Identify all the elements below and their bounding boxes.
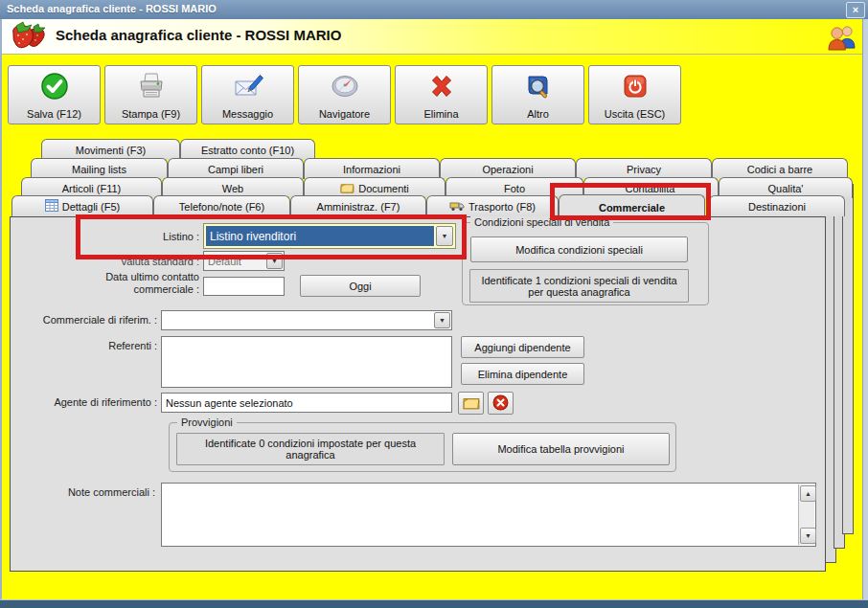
stacked-page-edge [842, 184, 854, 534]
note-commerciali-label: Note commerciali : [59, 486, 155, 498]
elimina-dipendente-button[interactable]: Elimina dipendente [461, 363, 584, 385]
salva-label: Salva (F12) [27, 108, 81, 120]
elimina-button[interactable]: Elimina [395, 65, 488, 124]
vertical-scrollbar[interactable]: ▲ ▼ [798, 484, 814, 545]
red-x-icon [426, 71, 457, 105]
tab-codici-a-barre[interactable]: Codici a barre [712, 158, 848, 179]
provvigioni-status: Identificate 0 condizioni impostate per … [176, 433, 445, 465]
folder-icon [340, 182, 354, 195]
valuta-label: Valuta standard : [103, 256, 199, 267]
uscita-label: Uscita (ESC) [605, 108, 666, 120]
messaggio-label: Messaggio [222, 108, 273, 120]
window-frame-bottom [0, 599, 868, 608]
tab-privacy[interactable]: Privacy [576, 158, 712, 179]
data-contatto-label: Data ultimo contatto commerciale : [91, 271, 199, 296]
envelope-pen-icon [233, 71, 263, 105]
tab-mailing-lists[interactable]: Mailing lists [31, 158, 168, 179]
cancel-icon [492, 394, 509, 413]
strawberries-icon [8, 21, 48, 56]
uscita-button[interactable]: Uscita (ESC) [588, 65, 681, 124]
book-magnifier-icon [523, 71, 554, 105]
tab-estratto-conto[interactable]: Estratto conto (F10) [180, 139, 315, 160]
folder-icon [463, 395, 480, 412]
tab-campi-liberi[interactable]: Campi liberi [168, 158, 304, 179]
note-commerciali-textarea[interactable]: ▲ ▼ [161, 483, 816, 547]
modifica-condizioni-button[interactable]: Modifica condizioni speciali [470, 236, 688, 262]
condizioni-group-title: Condizioni speciali di vendita [470, 216, 613, 228]
window-title: Scheda anagrafica cliente - ROSSI MARIO [7, 3, 217, 14]
valuta-combobox[interactable]: Default ▼ [203, 251, 285, 271]
oggi-button[interactable]: Oggi [300, 275, 421, 297]
commerciale-rif-label: Commerciale di riferim. : [23, 314, 157, 326]
data-contatto-input[interactable] [203, 277, 285, 296]
modifica-provvigioni-button[interactable]: Modifica tabella provvigioni [452, 433, 670, 465]
elimina-label: Elimina [423, 108, 458, 120]
altro-label: Altro [527, 108, 549, 120]
agente-input[interactable]: Nessun agente selezionato [161, 393, 452, 413]
chevron-down-icon[interactable]: ▼ [436, 226, 453, 246]
tab-movimenti[interactable]: Movimenti (F3) [41, 139, 180, 160]
save-check-icon [39, 71, 70, 105]
listino-combobox[interactable]: Listino rivenditori ▼ [203, 223, 456, 249]
chevron-down-icon[interactable]: ▼ [434, 312, 450, 328]
chevron-down-icon[interactable]: ▼ [266, 253, 283, 269]
commerciale-rif-combobox[interactable]: ▼ [161, 310, 452, 330]
listino-selected-value: Listino rivenditori [206, 226, 434, 246]
stampa-label: Stampa (F9) [122, 108, 180, 120]
compass-icon [330, 71, 360, 105]
tab-operazioni[interactable]: Operazioni [440, 158, 576, 179]
condizioni-status: Identificate 1 condizioni speciali di ve… [469, 269, 689, 303]
navigatore-label: Navigatore [319, 108, 370, 120]
window-frame-left [0, 19, 2, 608]
salva-button[interactable]: Salva (F12) [8, 65, 101, 124]
valuta-selected-value: Default [204, 256, 265, 267]
users-icon[interactable] [827, 23, 857, 55]
referenti-label: Referenti : [61, 340, 157, 351]
agente-label: Agente di riferimento : [23, 396, 157, 408]
window-frame-right [862, 19, 868, 608]
tab-telefono-note[interactable]: Telefono/note (F6) [153, 195, 290, 216]
tab-trasporto[interactable]: Trasporto (F8) [426, 195, 559, 216]
tab-dettagli[interactable]: Dettagli (F5) [11, 195, 153, 216]
provvigioni-group-title: Provvigioni [177, 417, 237, 428]
close-icon[interactable]: × [846, 2, 865, 18]
tab-amministraz[interactable]: Amministraz. (F7) [290, 195, 426, 216]
tab-destinazioni[interactable]: Destinazioni [709, 195, 845, 216]
power-icon [620, 71, 651, 105]
stampa-button[interactable]: Stampa (F9) [104, 65, 197, 124]
listino-label: Listino : [103, 231, 199, 242]
truck-icon [449, 200, 465, 214]
application-window: Scheda anagrafica cliente - ROSSI MARIO … [0, 0, 868, 608]
agente-clear-button[interactable] [488, 392, 514, 415]
scroll-down-icon[interactable]: ▼ [800, 528, 816, 544]
agente-folder-button[interactable] [458, 392, 484, 415]
referenti-listbox[interactable] [161, 336, 452, 388]
printer-icon [136, 71, 167, 105]
scroll-up-icon[interactable]: ▲ [800, 485, 816, 502]
messaggio-button[interactable]: Messaggio [201, 65, 294, 124]
grid-icon [45, 199, 58, 214]
altro-button[interactable]: Altro [491, 65, 584, 124]
navigatore-button[interactable]: Navigatore [298, 65, 391, 124]
aggiungi-dipendente-button[interactable]: Aggiungi dipendente [461, 336, 584, 358]
tab-informazioni[interactable]: Informazioni [304, 158, 440, 179]
page-title: Scheda anagrafica cliente - ROSSI MARIO [56, 27, 341, 43]
